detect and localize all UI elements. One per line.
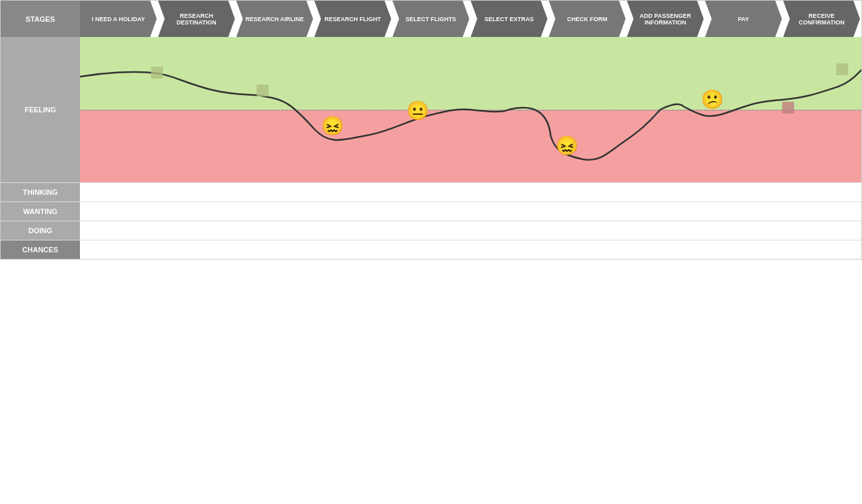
emoji-neutral: 😐	[406, 100, 429, 122]
svg-rect-1	[257, 85, 269, 96]
stage-9: RECEIVE CONFIRMATION	[783, 1, 860, 37]
thinking-row: THINKING	[1, 182, 861, 201]
svg-rect-2	[836, 63, 848, 75]
doing-row: DOING	[1, 221, 861, 240]
stage-8: PAY	[705, 1, 781, 37]
journey-map: STAGES I NEED A HOLIDAYRESEARCH DESTINAT…	[0, 0, 862, 260]
doing-label: DOING	[1, 221, 80, 240]
emoji-worried: 😕	[701, 89, 724, 110]
svg-rect-0	[151, 67, 163, 79]
stage-0: I NEED A HOLIDAY	[80, 1, 157, 37]
chances-label: CHANCES	[1, 240, 80, 259]
stage-1: RESEARCH DESTINATION	[158, 1, 234, 37]
feeling-label: FEELING	[1, 37, 80, 182]
stage-4: SELECT FLIGHTS	[392, 1, 469, 37]
chances-cells	[80, 240, 861, 259]
emoji-very-sad-1: 😖	[321, 115, 344, 137]
svg-rect-3	[782, 102, 794, 114]
stage-7: ADD PASSENGER INFORMATION	[627, 1, 703, 37]
chances-row: CHANCES	[1, 240, 861, 259]
doing-cells	[80, 221, 861, 240]
wanting-label: WANTING	[1, 202, 80, 221]
wanting-row: WANTING	[1, 201, 861, 221]
feeling-curve	[80, 37, 861, 182]
feeling-chart: 😖 😐 😖 😕	[80, 37, 861, 182]
thinking-cells	[80, 183, 861, 201]
emoji-very-sad-2: 😖	[556, 135, 579, 157]
stage-5: SELECT EXTRAS	[470, 1, 547, 37]
stages-label: STAGES	[1, 1, 80, 37]
stage-6: CHECK FORM	[549, 1, 626, 37]
wanting-cells	[80, 202, 861, 221]
stage-2: RESEARCH AIRLINE	[236, 1, 313, 37]
stages-row: STAGES I NEED A HOLIDAYRESEARCH DESTINAT…	[1, 1, 861, 37]
feeling-row: FEELING	[1, 37, 861, 182]
stages-container: I NEED A HOLIDAYRESEARCH DESTINATIONRESE…	[80, 1, 861, 37]
thinking-label: THINKING	[1, 183, 80, 201]
stage-3: RESEARCH FLIGHT	[314, 1, 391, 37]
